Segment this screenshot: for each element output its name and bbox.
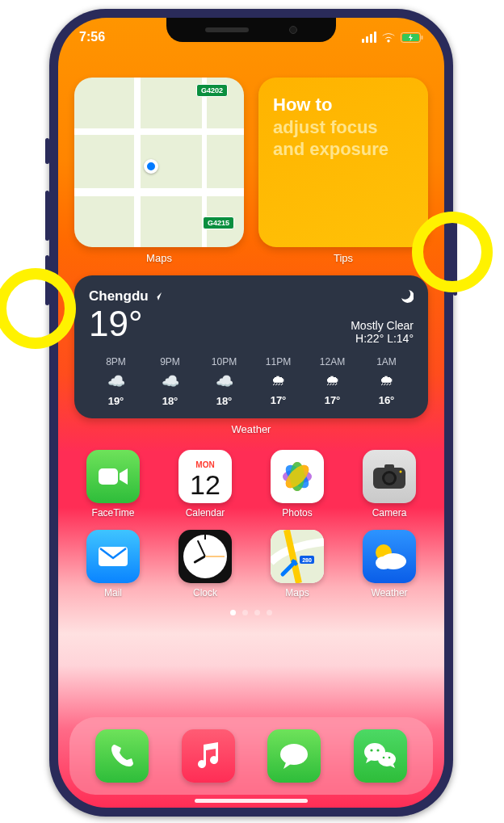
app-label: FaceTime: [92, 507, 135, 519]
svg-rect-11: [384, 464, 394, 469]
svg-point-28: [388, 757, 390, 759]
messages-app[interactable]: [267, 729, 321, 783]
clock-app[interactable]: [178, 530, 232, 583]
calendar-app[interactable]: MON 12: [178, 450, 232, 503]
maps-app[interactable]: 280: [271, 530, 324, 583]
tips-widget[interactable]: How to adjust focus and exposure: [258, 78, 428, 247]
svg-point-14: [400, 471, 402, 473]
svg-point-22: [280, 744, 308, 765]
hour-time: 9PM: [143, 356, 197, 367]
weather-hour: 1AM🌧16°: [359, 356, 414, 407]
earpiece: [205, 27, 249, 32]
hour-temp: 17°: [305, 394, 359, 406]
moon-icon: [351, 288, 414, 303]
location-arrow-icon: [153, 292, 162, 301]
calendar-day: MON: [195, 460, 214, 469]
calendar-date: 12: [190, 471, 220, 498]
hour-temp: 17°: [251, 394, 305, 406]
weather-current-temp: 19°: [89, 306, 162, 342]
wifi-icon: [381, 32, 396, 43]
hour-condition-icon: 🌧: [251, 372, 305, 389]
mute-switch[interactable]: [45, 138, 49, 164]
tips-widget-label: Tips: [258, 252, 428, 264]
facetime-app[interactable]: [86, 450, 140, 503]
svg-rect-3: [99, 468, 118, 485]
music-app[interactable]: [182, 729, 235, 783]
mail-app[interactable]: [86, 530, 140, 583]
hour-temp: 19°: [89, 395, 143, 407]
weather-hour: 9PM☁️18°: [143, 356, 197, 407]
app-label: Weather: [371, 587, 407, 598]
app-label: Maps: [285, 587, 309, 598]
cellular-signal-icon: [362, 31, 376, 43]
tips-line1: How to: [273, 94, 414, 116]
hour-temp: 16°: [359, 394, 414, 406]
clock-face-icon: [183, 535, 227, 578]
home-indicator[interactable]: [195, 799, 308, 803]
weather-hilo: H:22° L:14°: [351, 332, 414, 345]
status-time: 7:56: [79, 30, 105, 44]
volume-up-button[interactable]: [45, 191, 49, 241]
weather-hour: 12AM🌧17°: [305, 356, 359, 407]
dock: [69, 717, 433, 795]
svg-point-13: [384, 473, 394, 483]
weather-hour: 11PM🌧17°: [251, 356, 305, 407]
battery-charging-icon: [401, 32, 423, 43]
hour-time: 12AM: [305, 356, 359, 367]
hour-condition-icon: ☁️: [143, 372, 197, 390]
weather-city: Chengdu: [89, 288, 162, 304]
route-label: G4215: [203, 216, 234, 229]
maps-widget[interactable]: G4202 G4215: [74, 78, 244, 247]
svg-text:280: 280: [302, 557, 312, 563]
app-label: Photos: [282, 507, 312, 519]
hour-time: 8PM: [89, 356, 143, 367]
svg-point-27: [382, 757, 384, 759]
weather-widget-label: Weather: [74, 423, 428, 435]
hour-time: 11PM: [251, 356, 305, 367]
front-camera: [289, 26, 297, 34]
hour-condition-icon: 🌧: [305, 372, 359, 389]
weather-app[interactable]: [363, 530, 416, 583]
iphone-frame: 7:56: [49, 9, 453, 817]
app-label: Clock: [193, 587, 217, 598]
photos-app[interactable]: [271, 450, 324, 503]
hour-temp: 18°: [143, 395, 197, 407]
svg-point-26: [376, 749, 379, 751]
weather-hour: 10PM☁️18°: [197, 356, 251, 407]
app-label: Camera: [372, 507, 407, 519]
svg-point-21: [376, 556, 392, 569]
svg-rect-2: [422, 36, 423, 40]
notch: [166, 18, 336, 42]
current-location-icon: [144, 159, 158, 174]
weather-hour: 8PM☁️19°: [89, 356, 143, 407]
tips-line2: adjust focus and exposure: [273, 116, 414, 161]
annotation-circle-right: [412, 212, 493, 292]
page-indicator[interactable]: [74, 610, 428, 615]
home-screen[interactable]: 7:56: [58, 18, 444, 808]
hour-condition-icon: ☁️: [197, 372, 251, 390]
hour-condition-icon: ☁️: [89, 372, 143, 390]
weather-widget[interactable]: Chengdu 19° Mostly Clear H:22° L:14° 8PM…: [74, 275, 428, 418]
hour-temp: 18°: [197, 395, 251, 407]
hour-time: 1AM: [359, 356, 414, 367]
route-label: G4202: [196, 84, 228, 97]
weather-condition: Mostly Clear: [351, 319, 414, 332]
hour-time: 10PM: [197, 356, 251, 367]
wechat-app[interactable]: [354, 729, 407, 783]
phone-app[interactable]: [95, 729, 149, 783]
app-label: Calendar: [186, 507, 225, 519]
maps-widget-label: Maps: [74, 252, 244, 264]
app-label: Mail: [104, 587, 122, 598]
hour-condition-icon: 🌧: [359, 372, 414, 389]
camera-app[interactable]: [363, 450, 416, 503]
svg-point-25: [370, 749, 372, 751]
